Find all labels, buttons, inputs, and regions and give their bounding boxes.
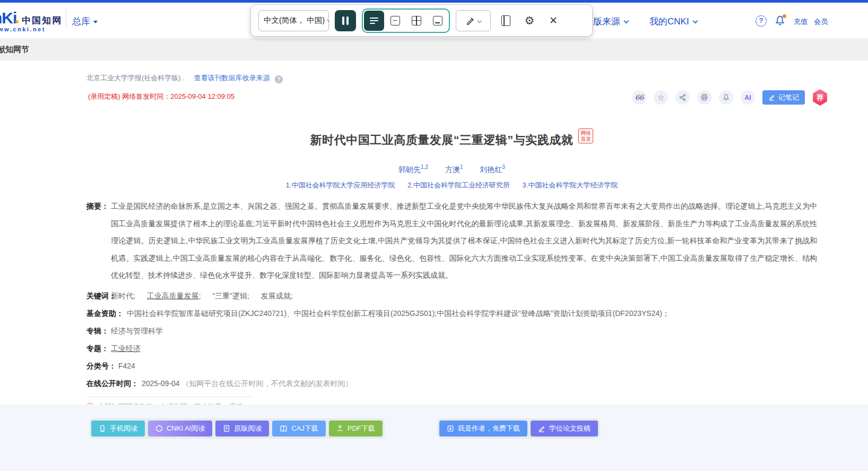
clc-label: 分类号： [86,360,116,372]
author-free-download-button[interactable]: 我是作者，免费下载 [439,421,527,436]
bottom-section: 手机阅读 CNKI AI阅读 原版阅读 CAJ下载 PDF下载 我是作 [0,405,868,471]
nav-total-library[interactable]: 总库 [72,15,98,28]
box-minus-icon [390,16,400,25]
clc-row: 分类号： F424 [86,360,817,372]
bell-icon [722,93,730,101]
floating-toolbar: 中文(简体， 中国) [250,4,593,37]
authors-row: 郭朝先1,2 方澳1 刘艳红3 [86,164,817,175]
view-grid-button[interactable] [406,11,427,31]
take-note-button[interactable]: 记笔记 [762,90,805,105]
abstract-text: 工业是国民经济的命脉所系,是立国之本、兴国之器、强国之基。贯彻高质量发展要求、推… [111,198,817,284]
author-link[interactable]: 郭朝先1,2 [398,165,428,174]
settings-button[interactable] [520,12,539,30]
author-link[interactable]: 刘艳红3 [480,165,505,174]
nav-publication-source[interactable]: 版来源 [593,15,628,28]
nav-my-cnki[interactable]: 我的CNKI [649,15,697,28]
caret-down-icon [93,21,98,23]
cnki-article-page: nKi 中国知网 www.cnki.net 总库 版来源 我的CNKI 充值 会… [0,0,868,471]
pen-tool-dropdown[interactable] [456,10,491,31]
publish-status: (录用定稿) 网络首发时间：2025-09-04 12:09:05 [88,92,235,101]
chevron-down-icon [624,19,629,24]
page-section-title: 献知网节 [0,38,868,61]
sidebar-icon [501,15,510,26]
article-title: 新时代中国工业高质量发展“三重逻辑”与实践成就 [310,133,574,147]
affiliation[interactable]: 3.中国社会科学院大学经济学院 [523,181,618,189]
share-icon [679,93,687,101]
sidebar-toggle-button[interactable] [497,12,515,30]
caj-download-button[interactable]: CAJ下载 [272,421,326,436]
pen-icon [466,16,475,25]
view-bottom-panel-button[interactable] [428,11,448,31]
affiliation[interactable]: 1.中国社会科学院大学应用经济学院 [286,181,395,189]
article-title-row: 新时代中国工业高质量发展“三重逻辑”与实践成就网络首发 [86,129,817,148]
cnki-logo[interactable]: nKi 中国知网 www.cnki.net [0,9,62,32]
text-lines-icon [370,18,378,24]
article-content: 北京工业大学学报(社会科学版) . 查看该刊数据库收录来源 (录用定稿) 网络首… [0,61,868,405]
chevron-down-icon [327,19,329,22]
follow-button[interactable] [719,90,733,105]
help-icon[interactable] [756,15,767,27]
online-time-row: 在线公开时间： 2025-09-04 （知网平台在线公开时间，不代表文献的发表时… [86,378,817,389]
notice-divider [86,397,251,397]
author-submit-group: 我是作者，免费下载 学位论文投稿 [437,418,600,439]
notification-dot [783,14,786,18]
mobile-read-button[interactable]: 手机阅读 [91,421,145,436]
view-split-button[interactable] [385,11,405,31]
cite-button[interactable]: 66 [632,90,646,105]
thesis-submit-button[interactable]: 学位论文投稿 [531,421,598,436]
chevron-down-icon [477,18,481,22]
view-text-lines-button[interactable] [364,11,384,31]
share-button[interactable] [675,90,690,105]
album-row: 专辑： 经济与管理科学 [86,325,817,337]
language-value: 中文(简体， 中国) [264,15,325,25]
author-link[interactable]: 方澳1 [445,165,463,174]
cnki-ai-read-button[interactable]: CNKI AI阅读 [148,421,212,436]
online-date: 2025-09-04 [142,379,180,388]
fund-label: 基金资助： [86,307,124,319]
grid-icon [412,16,421,25]
close-toolbar-button[interactable] [544,12,562,30]
logo-brand-text: nKi [0,9,16,27]
album-value: 经济与管理科学 [111,327,163,335]
affiliation[interactable]: 2.中国社会科学院工业经济研究所 [407,181,510,189]
abstract-label: 摘要： [86,198,109,215]
journal-source-link[interactable]: 查看该刊数据库收录来源 [194,74,270,82]
bottom-panel-icon [433,16,442,25]
album-label: 专辑： [86,325,109,337]
topic-label: 专题： [86,342,109,354]
print-button[interactable] [697,90,711,105]
chevron-down-icon [692,19,698,24]
abstract-row: 摘要： 工业是国民经济的命脉所系,是立国之本、兴国之器、强国之基。贯彻高质量发展… [86,198,817,284]
journal-name[interactable]: 北京工业大学学报(社会科学版) . [86,74,185,82]
recharge-link[interactable]: 充值 [794,17,808,27]
keyword-link[interactable]: 发展成就; [261,292,293,300]
logo-cn-text: 中国知网 [22,14,62,27]
topic-link[interactable]: 工业经济 [111,344,141,353]
journal-help-icon[interactable] [275,75,283,83]
fund-text: 中国社会科学院智库基础研究项目(ZKJC240721)、中国社会科学院创新工程项… [127,309,670,318]
phone-icon [99,425,106,432]
original-read-button[interactable]: 原版阅读 [215,421,269,436]
keyword-link[interactable]: 工业高质量发展; [147,292,201,300]
recommend-badge[interactable]: 荐 [812,89,828,106]
language-select[interactable]: 中文(简体， 中国) [258,10,329,31]
ai-assistant-button[interactable]: AI [741,90,755,105]
keyword-link[interactable]: “三重”逻辑; [213,292,249,300]
online-note: （知网平台在线公开时间，不代表文献的发表时间） [182,379,353,388]
notification-bell-icon[interactable] [774,14,787,27]
printer-icon [700,93,708,101]
keywords-label: 关键词： [86,290,116,302]
book-icon [280,425,288,433]
network-first-badge: 网络首发 [578,129,593,143]
member-link[interactable]: 会员 [814,17,828,27]
document-icon [223,425,230,432]
article-metadata: 摘要： 工业是国民经济的命脉所系,是立国之本、兴国之器、强国之基。贯彻高质量发展… [86,198,817,412]
topic-row: 专题： 工业经济 [86,342,817,354]
favorite-button[interactable] [654,90,668,105]
breadcrumb-band: 献知网节 [0,38,868,61]
pause-icon [342,16,344,25]
person-download-icon [336,425,344,432]
pause-button[interactable] [335,10,356,31]
pdf-download-button[interactable]: PDF下载 [329,421,383,436]
article-actions: 66 AI 记笔记 荐 [632,89,828,106]
